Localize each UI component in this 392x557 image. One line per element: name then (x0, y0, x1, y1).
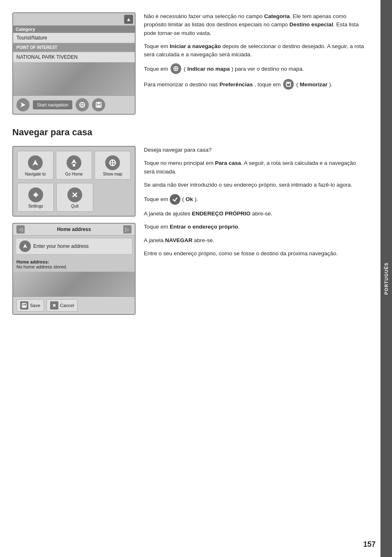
addr-cancel-btn[interactable]: Cancel (46, 299, 78, 312)
bottom-p2: Toque no menu principal em Para casa. A … (144, 159, 367, 176)
poi-value: NATIONAL PARK TIVEDEN (13, 52, 135, 62)
addr-save-btn[interactable]: Save (16, 299, 44, 312)
showmap-icon (105, 155, 120, 170)
page-container: ▲ Category Tourist/Nature Point of inter… (0, 0, 392, 557)
gohome-label: Go Home (65, 172, 83, 176)
svg-rect-24 (23, 303, 25, 305)
showmap-label: Show map (103, 172, 122, 176)
bottom-bar: Start navigation (13, 95, 135, 114)
top-text-column: Não é necessário fazer uma selecção no c… (144, 12, 367, 115)
ok-check-icon (170, 194, 180, 205)
menu-item-settings[interactable]: Settings (17, 183, 54, 212)
addr-left-arrow[interactable]: ◁ (16, 225, 25, 233)
map-icon-btn[interactable] (76, 98, 89, 111)
cancel-label: Cancel (60, 303, 74, 308)
screenshots-column: Navigate to Go Home Show m (12, 146, 136, 315)
top-p1: Não é necessário fazer uma selecção no c… (144, 12, 367, 37)
svg-marker-22 (23, 244, 27, 248)
category-value: Tourist/Nature (13, 33, 135, 43)
addr-gray-area (13, 272, 135, 296)
svg-point-18 (35, 194, 37, 196)
svg-rect-25 (23, 305, 26, 307)
start-nav-label: Start navigation (37, 102, 68, 107)
navigate-label: Navigate to (25, 172, 46, 176)
quit-icon (67, 187, 82, 202)
menu-item-gohome[interactable]: Go Home (56, 151, 92, 180)
map-inline-icon (171, 63, 181, 74)
memorize-inline-icon (283, 79, 294, 90)
side-tab: PORTUGUÊS (380, 0, 392, 557)
svg-rect-14 (73, 164, 75, 166)
bottom-p6: Toque em Entrar o endereço próprio. (144, 223, 367, 231)
addr-info: Home address: No home address stored. (13, 257, 135, 272)
menu-grid-bottom: Settings Quit (17, 183, 93, 212)
addr-info-value: No home address stored. (16, 264, 67, 269)
bottom-p5: A janela de ajustes Endereço Próprio abr… (144, 210, 367, 218)
menu-item-navigate[interactable]: Navigate to (17, 151, 53, 180)
section-heading: Navegar para casa (12, 127, 367, 138)
save-label: Save (30, 303, 40, 308)
bottom-text-column: Deseja navegar para casa? Toque no menu … (144, 146, 367, 315)
enter-icon (19, 240, 31, 252)
category-label: Category (13, 25, 135, 33)
addr-bottom-bar: Save Cancel (13, 296, 135, 314)
svg-rect-5 (97, 102, 100, 104)
addr-info-label: Home address: (16, 259, 131, 264)
svg-marker-0 (21, 102, 25, 107)
svg-marker-13 (71, 159, 77, 164)
top-screenshot: ▲ Category Tourist/Nature Point of inter… (12, 12, 136, 115)
addr-top-bar: ◁ Home address ▷ (13, 224, 135, 236)
cancel-btn-icon (50, 301, 58, 310)
enter-text: Enter your home address (33, 243, 89, 249)
svg-rect-6 (97, 105, 100, 107)
addr-title: Home address (57, 226, 91, 232)
bottom-p3: Se ainda não tiver introduzido o seu end… (144, 181, 367, 189)
gohome-icon (67, 155, 81, 170)
save-btn-icon (20, 301, 28, 310)
bottom-section: Navigate to Go Home Show m (12, 146, 367, 315)
svg-marker-12 (32, 160, 38, 166)
enter-home-address-btn[interactable]: Enter your home address (16, 238, 132, 254)
bottom-p4: Toque em (Ok). (144, 194, 367, 205)
poi-label: Point of interest (13, 43, 135, 52)
settings-label: Settings (28, 204, 43, 208)
top-p4: Para memorizar o destino nas Preferência… (144, 79, 367, 90)
addr-right-arrow[interactable]: ▷ (123, 225, 131, 233)
top-p2: Toque em Iniciar a navegação depois de s… (144, 42, 367, 59)
bottom-p7: A janela Navegar abre-se. (144, 236, 367, 245)
menu-grid-top: Navigate to Go Home Show m (17, 151, 131, 180)
svg-rect-11 (287, 82, 289, 84)
navigate-icon (28, 155, 43, 170)
bottom-p1: Deseja navegar para casa? (144, 146, 367, 154)
save-icon-btn[interactable] (92, 98, 105, 111)
start-navigation-btn[interactable]: Start navigation (33, 100, 72, 109)
nav-start-icon[interactable] (16, 98, 30, 111)
top-p3: Toque em (Indicar no mapa) para ver o de… (144, 64, 367, 74)
quit-label: Quit (71, 204, 78, 208)
page-number: 157 (363, 540, 376, 549)
main-content: ▲ Category Tourist/Nature Point of inter… (0, 0, 392, 557)
settings-icon (28, 187, 43, 202)
home-addr-screenshot: ◁ Home address ▷ Enter your home address (12, 223, 136, 315)
menu-screenshot: Navigate to Go Home Show m (12, 146, 136, 217)
bottom-p8: Entre o seu endereço próprio, como se fo… (144, 250, 367, 258)
scroll-up-btn[interactable]: ▲ (124, 15, 133, 24)
top-section: ▲ Category Tourist/Nature Point of inter… (12, 12, 367, 115)
gray-area (13, 62, 135, 95)
menu-item-showmap[interactable]: Show map (95, 151, 131, 180)
menu-item-quit[interactable]: Quit (56, 183, 93, 212)
